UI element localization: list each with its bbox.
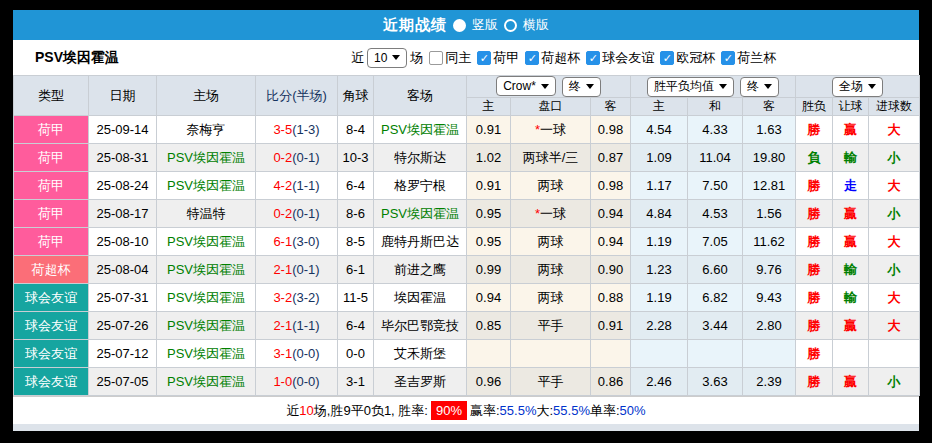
col-subheader: 和 bbox=[688, 98, 743, 116]
league-checkbox-label[interactable]: 荷超杯 bbox=[541, 50, 580, 65]
cell-avg-away: 19.80 bbox=[743, 144, 796, 172]
cell-avg-away: 9.43 bbox=[743, 284, 796, 312]
league-checkbox-欧冠杯[interactable] bbox=[660, 51, 674, 65]
cell-let-result: 贏 bbox=[833, 200, 869, 228]
cell-away-team: 特尔斯达 bbox=[374, 144, 467, 172]
cell-avg-draw: 7.50 bbox=[688, 172, 743, 200]
company-select[interactable]: Crow* bbox=[496, 76, 556, 96]
cell-away-team: PSV埃因霍温 bbox=[374, 116, 467, 144]
cell-avg-home: 1.09 bbox=[631, 144, 688, 172]
cell-goals-result: 大 bbox=[869, 284, 920, 312]
cell-score: 1-0(0-0) bbox=[256, 368, 338, 396]
cell-home-team: PSV埃因霍温 bbox=[157, 340, 256, 368]
cell-home-team: 奈梅亨 bbox=[157, 116, 256, 144]
cell-let-result: 輸 bbox=[833, 144, 869, 172]
cell-let-away-odds bbox=[591, 340, 631, 368]
stats-text: 50% bbox=[620, 403, 646, 418]
handicap-final-select[interactable]: 终 bbox=[562, 77, 601, 97]
cell-goals-result: 大 bbox=[869, 172, 920, 200]
cell-date: 25-07-05 bbox=[89, 368, 157, 396]
horizontal-layout-radio[interactable] bbox=[504, 19, 517, 32]
cell-let-home-odds bbox=[467, 340, 511, 368]
cell-avg-home: 2.46 bbox=[631, 368, 688, 396]
cell-avg-away: 12.81 bbox=[743, 172, 796, 200]
cell-score: 0-2(0-1) bbox=[256, 144, 338, 172]
stats-text: 近 bbox=[286, 402, 299, 420]
cell-score: 3-2(3-2) bbox=[256, 284, 338, 312]
filter-controls: 近 10 场 同主 荷甲荷超杯球会友谊欧冠杯荷兰杯 bbox=[351, 48, 776, 68]
cell-goals-result bbox=[869, 340, 920, 368]
cell-avg-draw bbox=[688, 340, 743, 368]
horizontal-layout-label[interactable]: 横版 bbox=[523, 16, 549, 34]
cell-let-away-odds: 0.91 bbox=[591, 312, 631, 340]
scope-select[interactable]: 全场 bbox=[832, 77, 883, 97]
cell-goals-result: 小 bbox=[869, 256, 920, 284]
cell-avg-away: 2.39 bbox=[743, 368, 796, 396]
league-checkbox-label[interactable]: 荷甲 bbox=[493, 50, 519, 65]
cell-let-home-odds: 0.91 bbox=[467, 172, 511, 200]
league-checkbox-荷兰杯[interactable] bbox=[721, 51, 735, 65]
cell-type: 荷甲 bbox=[14, 172, 89, 200]
cell-goals-result: 大 bbox=[869, 116, 920, 144]
cell-avg-draw: 3.44 bbox=[688, 312, 743, 340]
cell-avg-home: 2.28 bbox=[631, 312, 688, 340]
cell-let-result: 贏 bbox=[833, 368, 869, 396]
avg-final-select[interactable]: 终 bbox=[740, 77, 779, 97]
cell-corner: 11-5 bbox=[338, 284, 374, 312]
cell-avg-home: 4.84 bbox=[631, 200, 688, 228]
col-header-score: 比分(半场) bbox=[256, 76, 338, 116]
avg-type-select[interactable]: 胜平负均值 bbox=[647, 77, 734, 97]
page-title: 近期战绩 bbox=[383, 16, 447, 35]
cell-away-team: 前进之鹰 bbox=[374, 256, 467, 284]
cell-avg-away: 1.63 bbox=[743, 116, 796, 144]
match-count-select[interactable]: 10 bbox=[367, 48, 407, 68]
cell-date: 25-08-24 bbox=[89, 172, 157, 200]
cell-avg-away: 9.76 bbox=[743, 256, 796, 284]
cell-let-away-odds: 0.86 bbox=[591, 368, 631, 396]
cell-avg-draw: 11.04 bbox=[688, 144, 743, 172]
cell-handicap: 两球 bbox=[511, 256, 591, 284]
cell-result: 勝 bbox=[796, 116, 833, 144]
table-row: 荷甲25-08-24PSV埃因霍温4-2(1-1)6-4格罗宁根0.91两球0.… bbox=[14, 172, 920, 200]
league-checkbox-label[interactable]: 荷兰杯 bbox=[737, 50, 776, 65]
cell-avg-home: 4.54 bbox=[631, 116, 688, 144]
cell-home-team: PSV埃因霍温 bbox=[157, 256, 256, 284]
cell-let-home-odds: 0.95 bbox=[467, 200, 511, 228]
filter-bar: PSV埃因霍温 近 10 场 同主 荷甲荷超杯球会友谊欧冠杯荷兰杯 bbox=[13, 40, 919, 75]
cell-avg-home: 1.23 bbox=[631, 256, 688, 284]
cell-avg-away bbox=[743, 340, 796, 368]
cell-let-away-odds: 0.98 bbox=[591, 116, 631, 144]
cell-result: 勝 bbox=[796, 172, 833, 200]
cell-avg-away: 1.56 bbox=[743, 200, 796, 228]
cell-home-team: PSV埃因霍温 bbox=[157, 144, 256, 172]
vertical-layout-label[interactable]: 竖版 bbox=[472, 16, 498, 34]
league-checkbox-label[interactable]: 欧冠杯 bbox=[676, 50, 715, 65]
cell-date: 25-08-31 bbox=[89, 144, 157, 172]
cell-result: 勝 bbox=[796, 284, 833, 312]
vertical-layout-radio[interactable] bbox=[453, 19, 466, 32]
title-bar: 近期战绩 竖版 横版 bbox=[13, 10, 919, 40]
handicap-select-group: Crow*终 bbox=[467, 76, 631, 98]
league-checkbox-label[interactable]: 球会友谊 bbox=[602, 50, 654, 65]
cell-handicap: *一球 bbox=[511, 200, 591, 228]
cell-let-result: 走 bbox=[833, 172, 869, 200]
cell-type: 球会友谊 bbox=[14, 368, 89, 396]
cell-handicap bbox=[511, 340, 591, 368]
cell-handicap: 两球 bbox=[511, 284, 591, 312]
cell-type: 球会友谊 bbox=[14, 340, 89, 368]
col-subheader: 让球 bbox=[833, 98, 869, 116]
stats-text: 大: bbox=[536, 402, 553, 420]
cell-corner: 10-3 bbox=[338, 144, 374, 172]
same-home-checkbox[interactable] bbox=[429, 51, 443, 65]
stats-text: 55.5% bbox=[500, 403, 537, 418]
cell-corner: 0-0 bbox=[338, 340, 374, 368]
league-checkbox-球会友谊[interactable] bbox=[586, 51, 600, 65]
cell-let-result: 輸 bbox=[833, 256, 869, 284]
cell-avg-home: 1.19 bbox=[631, 228, 688, 256]
cell-away-team: 圣吉罗斯 bbox=[374, 368, 467, 396]
stats-text: 场,胜9平0负1, 胜率: bbox=[314, 402, 428, 420]
league-checkbox-荷超杯[interactable] bbox=[525, 51, 539, 65]
col-subheader: 盘口 bbox=[511, 98, 591, 116]
cell-score: 3-1(0-0) bbox=[256, 340, 338, 368]
league-checkbox-荷甲[interactable] bbox=[477, 51, 491, 65]
